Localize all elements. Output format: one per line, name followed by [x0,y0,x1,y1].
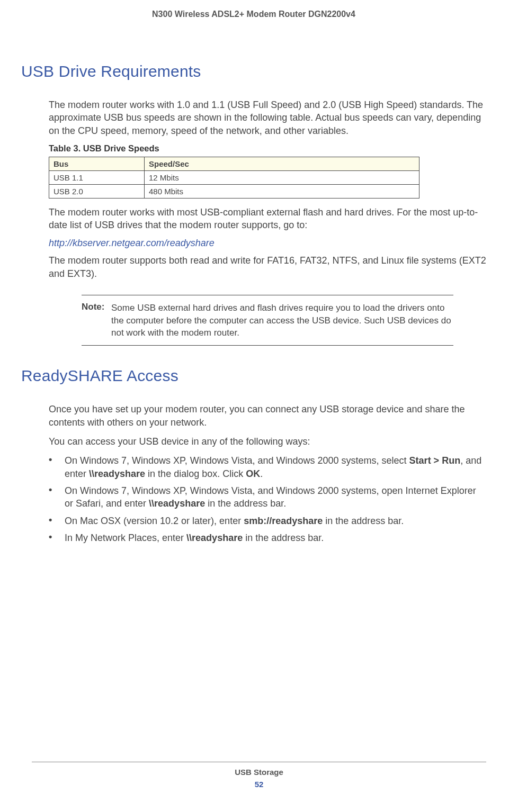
note-callout: Note: Some USB external hard drives and … [82,295,453,346]
list-item: • On Mac OSX (version 10.2 or later), en… [49,515,486,527]
table-row: USB 2.0 480 Mbits [49,184,419,198]
paragraph: Once you have set up your modem router, … [49,403,486,429]
list-item-text: On Mac OSX (version 10.2 or later), ente… [65,515,404,527]
bullet-icon: • [49,454,65,480]
paragraph: You can access your USB device in any of… [49,435,486,448]
readyshare-link[interactable]: http://kbserver.netgear.com/readyshare [49,238,215,249]
table-header: Speed/Sec [145,157,419,170]
bullet-icon: • [49,515,65,527]
paragraph: The modem router supports both read and … [49,254,486,280]
table-header: Bus [49,157,145,170]
usb-speeds-table: Bus Speed/Sec USB 1.1 12 Mbits USB 2.0 4… [49,157,419,199]
paragraph: The modem router works with most USB-com… [49,206,486,232]
access-methods-list: • On Windows 7, Windows XP, Windows Vist… [49,454,486,544]
list-item-text: On Windows 7, Windows XP, Windows Vista,… [65,484,486,510]
list-item-text: On Windows 7, Windows XP, Windows Vista,… [65,454,486,480]
note-text: Some USB external hard drives and flash … [111,302,453,339]
paragraph: The modem router works with 1.0 and 1.1 … [49,98,486,137]
table-cell: USB 1.1 [49,170,145,184]
table-row: USB 1.1 12 Mbits [49,170,419,184]
list-item-text: In My Network Places, enter \\readyshare… [65,531,324,544]
table-caption: Table 3. USB Drive Speeds [49,143,486,154]
note-label: Note: [82,302,111,339]
footer-page-number: 52 [32,780,486,789]
bullet-icon: • [49,531,65,544]
table-cell: 12 Mbits [145,170,419,184]
page-footer: USB Storage 52 [32,762,486,789]
section-heading-usb-drive-requirements: USB Drive Requirements [21,62,486,80]
list-item: • On Windows 7, Windows XP, Windows Vist… [49,484,486,510]
bullet-icon: • [49,484,65,510]
list-item: • In My Network Places, enter \\readysha… [49,531,486,544]
document-header: N300 Wireless ADSL2+ Modem Router DGN220… [21,10,486,19]
table-cell: USB 2.0 [49,184,145,198]
section-heading-readyshare-access: ReadySHARE Access [21,367,486,385]
list-item: • On Windows 7, Windows XP, Windows Vist… [49,454,486,480]
table-cell: 480 Mbits [145,184,419,198]
footer-section: USB Storage [32,768,486,777]
